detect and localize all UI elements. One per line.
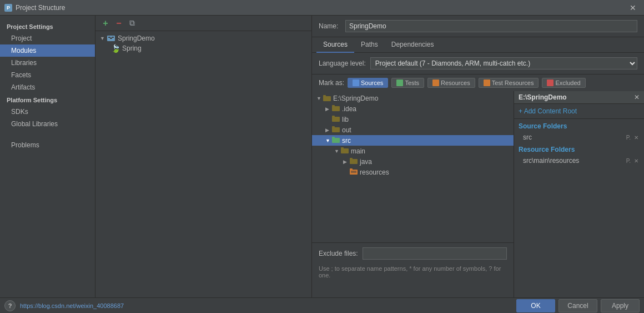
lib-label: lib bbox=[342, 116, 349, 123]
svg-rect-3 bbox=[110, 38, 112, 39]
tab-dependencies[interactable]: Dependencies bbox=[385, 37, 441, 53]
svg-rect-7 bbox=[332, 105, 335, 107]
exclude-input[interactable] bbox=[363, 247, 507, 260]
resource-folders-header: Resource Folders bbox=[514, 142, 644, 156]
resource-folder-x-button[interactable]: ✕ bbox=[633, 158, 640, 164]
resource-folder-entry: src\main\resources P. ✕ bbox=[514, 156, 644, 166]
sidebar-item-sdks[interactable]: SDKs bbox=[0, 106, 95, 118]
idea-label: .idea bbox=[342, 105, 356, 113]
exclude-hint: Use ; to separate name patterns, * for a… bbox=[312, 264, 514, 282]
sidebar-item-facets[interactable]: Facets bbox=[0, 69, 95, 81]
tree-item-spring[interactable]: 🍃 Spring bbox=[95, 43, 311, 53]
svg-rect-11 bbox=[332, 126, 335, 128]
source-folder-actions: P. ✕ bbox=[625, 135, 640, 141]
out-arrow: ▶ bbox=[325, 127, 332, 133]
sidebar-item-problems[interactable]: Problems bbox=[0, 139, 95, 151]
ok-button[interactable]: OK bbox=[516, 299, 555, 312]
exclude-label: Exclude files: bbox=[319, 250, 358, 257]
language-level-select[interactable]: Project default (7 - Diamonds, ARM, mult… bbox=[370, 57, 637, 69]
exclude-row: Exclude files: bbox=[312, 242, 514, 264]
side-info-title: E:\SpringDemo bbox=[519, 93, 567, 101]
language-level-row: Language level: Project default (7 - Dia… bbox=[312, 53, 644, 74]
spring-label: Spring bbox=[122, 44, 142, 52]
sidebar-item-project[interactable]: Project bbox=[0, 32, 95, 44]
tests-color bbox=[396, 80, 403, 86]
tabs-row: Sources Paths Dependencies bbox=[312, 37, 644, 53]
content-area: ▼ E:\SpringDemo ▶ bbox=[312, 91, 644, 297]
cancel-button[interactable]: Cancel bbox=[559, 299, 597, 312]
side-info-header: E:\SpringDemo ✕ bbox=[514, 91, 644, 104]
file-tree-src[interactable]: ▼ src bbox=[312, 135, 514, 146]
src-arrow: ▼ bbox=[325, 138, 332, 143]
folder-out-icon bbox=[332, 126, 340, 134]
mark-as-row: Mark as: Sources Tests Resources Test Re… bbox=[312, 74, 644, 91]
module-tree: ▼ SpringDemo 🍃 Spring bbox=[95, 31, 311, 297]
svg-rect-5 bbox=[323, 95, 326, 97]
resource-folder-name: src\main\resources bbox=[523, 157, 579, 165]
file-tree-idea[interactable]: ▶ .idea bbox=[312, 103, 514, 114]
file-tree-java[interactable]: ▶ java bbox=[312, 156, 514, 167]
svg-rect-2 bbox=[112, 37, 114, 38]
file-tree-root[interactable]: ▼ E:\SpringDemo bbox=[312, 93, 514, 103]
svg-rect-4 bbox=[323, 96, 331, 101]
svg-rect-17 bbox=[350, 158, 353, 160]
module-icon bbox=[107, 34, 115, 42]
name-input[interactable] bbox=[345, 20, 637, 32]
add-module-button[interactable]: + bbox=[100, 18, 111, 29]
module-toolbar: + − ⧉ bbox=[95, 16, 311, 31]
resources-color bbox=[432, 80, 439, 86]
sidebar-item-global-libraries[interactable]: Global Libraries bbox=[0, 118, 95, 130]
resource-folder-p-button[interactable]: P. bbox=[625, 158, 632, 164]
title-bar: P Project Structure ✕ bbox=[0, 0, 644, 16]
mark-tests-button[interactable]: Tests bbox=[391, 78, 424, 88]
svg-rect-16 bbox=[350, 159, 358, 164]
source-folder-x-button[interactable]: ✕ bbox=[633, 135, 640, 141]
project-settings-title: Project Settings bbox=[0, 20, 95, 32]
java-label: java bbox=[360, 158, 372, 166]
copy-module-button[interactable]: ⧉ bbox=[127, 18, 138, 29]
out-label: out bbox=[342, 126, 351, 134]
name-row: Name: bbox=[312, 16, 644, 37]
add-content-root-button[interactable]: + Add Content Root bbox=[514, 104, 644, 119]
folder-lib-icon bbox=[332, 115, 340, 123]
close-button[interactable]: ✕ bbox=[626, 2, 640, 13]
language-level-label: Language level: bbox=[319, 59, 366, 67]
tree-item-springdemo[interactable]: ▼ SpringDemo bbox=[95, 33, 311, 43]
file-tree-resources[interactable]: resources bbox=[312, 167, 514, 177]
file-tree-out[interactable]: ▶ out bbox=[312, 125, 514, 135]
svg-rect-12 bbox=[332, 138, 340, 143]
file-tree-main[interactable]: ▼ main bbox=[312, 146, 514, 156]
bottom-right: OK Cancel Apply bbox=[516, 299, 640, 312]
folder-idea-icon bbox=[332, 105, 340, 113]
sidebar-item-artifacts[interactable]: Artifacts bbox=[0, 81, 95, 93]
mark-sources-button[interactable]: Sources bbox=[348, 78, 388, 88]
mark-as-label: Mark as: bbox=[319, 79, 344, 87]
root-arrow: ▼ bbox=[316, 96, 323, 101]
svg-rect-19 bbox=[350, 168, 353, 170]
help-button[interactable]: ? bbox=[4, 300, 16, 311]
arrow-icon: ▼ bbox=[100, 36, 107, 41]
sidebar-item-libraries[interactable]: Libraries bbox=[0, 57, 95, 69]
src-label: src bbox=[342, 137, 351, 145]
mark-excluded-button[interactable]: Excluded bbox=[542, 78, 585, 88]
mark-resources-button[interactable]: Resources bbox=[427, 78, 475, 88]
svg-rect-8 bbox=[332, 117, 340, 122]
window-title: Project Structure bbox=[16, 4, 65, 12]
sidebar-item-modules[interactable]: Modules bbox=[0, 44, 95, 57]
status-text: https://blog.csdn.net/weixin_40088687 bbox=[20, 302, 124, 309]
tab-sources[interactable]: Sources bbox=[316, 37, 354, 53]
file-tree-lib[interactable]: lib bbox=[312, 114, 514, 125]
side-panel-close-button[interactable]: ✕ bbox=[634, 93, 640, 101]
resource-folder-actions: P. ✕ bbox=[625, 158, 640, 164]
svg-rect-6 bbox=[332, 106, 340, 111]
folder-src-icon bbox=[332, 136, 340, 145]
app-icon: P bbox=[4, 4, 12, 12]
remove-module-button[interactable]: − bbox=[113, 18, 124, 29]
apply-button[interactable]: Apply bbox=[601, 299, 640, 312]
platform-settings-title: Platform Settings bbox=[0, 93, 95, 106]
mark-test-resources-button[interactable]: Test Resources bbox=[479, 78, 539, 88]
spring-icon: 🍃 bbox=[111, 44, 120, 52]
source-folder-p-button[interactable]: P. bbox=[625, 135, 632, 141]
tab-paths[interactable]: Paths bbox=[354, 37, 385, 53]
side-info-panel: E:\SpringDemo ✕ + Add Content Root Sourc… bbox=[514, 91, 644, 297]
